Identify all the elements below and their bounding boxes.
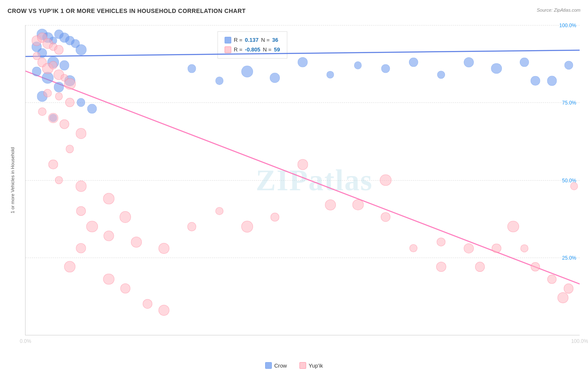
pink-dot (103, 273, 114, 285)
pink-dot (159, 305, 169, 316)
pink-dot (76, 206, 86, 216)
pink-dot (49, 113, 58, 123)
pink-dot (380, 174, 391, 186)
grid-line-75: 75.0% (26, 102, 580, 103)
blue-dot (464, 57, 474, 67)
grid-line-25: 25.0% (26, 258, 580, 258)
pink-dot (43, 89, 52, 97)
blue-dot (547, 76, 557, 86)
x-tick-0: 0.0% (20, 338, 31, 344)
blue-dot (77, 98, 85, 107)
bottom-legend-yupik-label: Yup'ik (309, 363, 323, 369)
pink-dot (54, 45, 64, 55)
pink-dot (547, 274, 557, 284)
pink-dot (570, 182, 578, 190)
pink-dot (86, 221, 98, 232)
source-label: Source: ZipAtlas.com (537, 8, 580, 13)
y-tick-25: 25.0% (562, 255, 576, 261)
pink-dot (520, 244, 528, 252)
blue-dot (241, 66, 253, 77)
pink-dot (187, 222, 197, 231)
pink-dot (64, 78, 76, 90)
blue-dot (187, 64, 196, 73)
y-axis-label: 1 or more Vehicles in Household (4, 25, 21, 335)
pink-dot (143, 299, 153, 309)
bottom-legend-yupik-square (299, 362, 306, 369)
pink-dot (103, 230, 114, 241)
pink-dot (75, 181, 86, 192)
blue-dot (381, 64, 390, 73)
pink-dot (103, 193, 114, 204)
blue-dot (270, 73, 280, 83)
y-tick-100: 100.0% (559, 23, 576, 28)
bottom-legend-crow: Crow (265, 362, 287, 369)
pink-dot (297, 159, 308, 170)
svg-line-0 (26, 50, 580, 56)
blue-dot (519, 58, 529, 67)
pink-dot (436, 262, 446, 272)
pink-dot (492, 243, 501, 253)
pink-dot (564, 284, 574, 294)
pink-dot (353, 199, 364, 210)
blue-dot (491, 63, 502, 74)
pink-dot (49, 61, 57, 69)
pink-dot (159, 243, 169, 254)
blue-dot (564, 61, 573, 70)
pink-dot (507, 221, 519, 232)
pink-dot (437, 238, 446, 247)
pink-dot (241, 221, 253, 232)
pink-dot (49, 160, 58, 169)
pink-dot (64, 261, 75, 272)
bottom-legend-yupik: Yup'ik (299, 362, 323, 369)
pink-dot (66, 145, 74, 153)
blue-dot (59, 61, 69, 70)
blue-dot (326, 71, 334, 79)
chart-area: 100.0% 75.0% 50.0% 25.0% 0.0% 100.0% ZIP… (25, 25, 580, 335)
blue-dot (215, 77, 224, 85)
pink-dot (131, 237, 142, 248)
x-tick-100: 100.0% (571, 338, 588, 344)
pink-dot (409, 244, 418, 253)
pink-dot (120, 284, 130, 294)
blue-dot (297, 57, 308, 68)
pink-dot (557, 292, 568, 303)
pink-dot (464, 243, 474, 253)
pink-dot (76, 243, 86, 253)
blue-dot (354, 61, 362, 69)
pink-dot (65, 98, 74, 107)
bottom-legend: Crow Yup'ik (0, 362, 588, 369)
pink-dot (76, 128, 86, 139)
pink-dot (475, 262, 485, 272)
chart-title: CROW VS YUP'IK 1 OR MORE VEHICLES IN HOU… (8, 8, 246, 14)
pink-dot (325, 199, 336, 210)
pink-dot (215, 207, 224, 215)
blue-dot (75, 44, 86, 55)
blue-dot (87, 104, 97, 114)
pink-dot (55, 92, 62, 100)
pink-dot (531, 262, 540, 271)
blue-dot (409, 58, 418, 67)
pink-dot (120, 211, 131, 223)
pink-dot (38, 108, 46, 116)
bottom-legend-crow-square (265, 362, 272, 369)
pink-dot (55, 176, 63, 184)
blue-dot (32, 67, 41, 77)
blue-dot (54, 82, 64, 92)
pink-dot (381, 212, 391, 222)
blue-dot (531, 76, 540, 86)
bottom-legend-crow-label: Crow (274, 363, 287, 369)
y-tick-75: 75.0% (562, 100, 576, 106)
blue-dot (437, 71, 445, 79)
pink-dot (271, 213, 279, 221)
grid-line-100: 100.0% (26, 25, 580, 26)
grid-line-50: 50.0% (26, 180, 580, 181)
pink-dot (59, 120, 69, 129)
